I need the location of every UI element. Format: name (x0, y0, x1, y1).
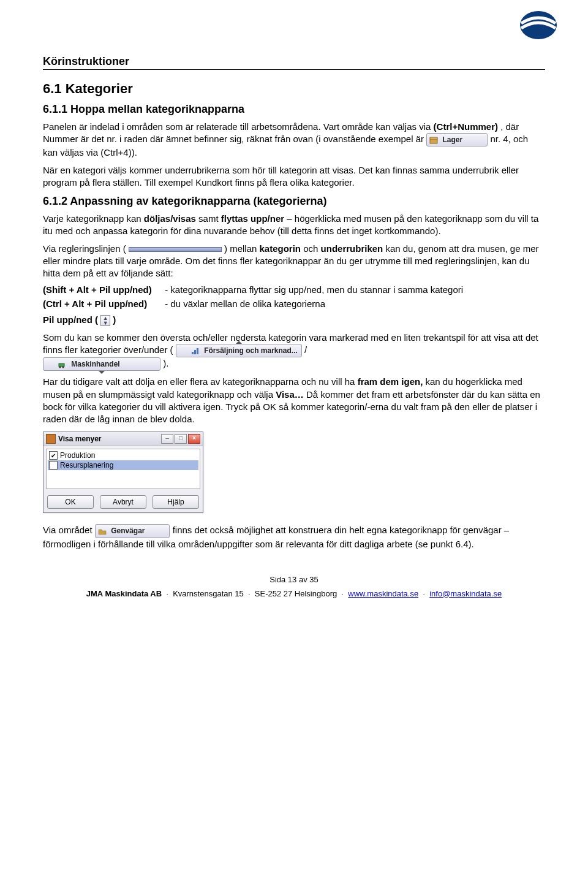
pil-upp-ned-row: Pil upp/ned ( ▲▼ ) (43, 314, 545, 326)
svg-point-7 (59, 366, 61, 368)
section-6-1-1-title: 6.1.1 Hoppa mellan kategoriknapparna (43, 103, 545, 116)
para-6-1-1-2: När en kategori väljs kommer underrubrik… (43, 164, 545, 189)
para-6-1-2-1: Varje kategoriknapp kan döljas/visas sam… (43, 213, 545, 238)
spinner-icon: ▲▼ (100, 315, 110, 326)
page-footer: Sida 13 av 35 JMA Maskindata AB · Kvarns… (43, 575, 545, 598)
maximize-button[interactable]: □ (175, 434, 187, 444)
checkbox-unchecked-icon[interactable] (49, 461, 58, 470)
chart-icon (191, 348, 200, 355)
dialog-titlebar: Visa menyer – □ × (43, 432, 203, 446)
folder-icon (98, 528, 107, 535)
chevron-up-icon (236, 341, 242, 344)
help-button[interactable]: Hjälp (153, 495, 199, 509)
para-6-1-1-1: Panelen är indelad i områden som är rela… (43, 121, 545, 159)
para-6-1-2-3: Som du kan se kommer den översta och/ell… (43, 332, 545, 371)
machine-icon (58, 361, 67, 368)
svg-point-8 (62, 366, 64, 368)
dialog-listbox[interactable]: ✔ Produktion Resursplanering (46, 449, 200, 489)
list-item[interactable]: Resursplanering (48, 460, 198, 470)
footer-line: JMA Maskindata AB · Kvarnstensgatan 15 ·… (43, 589, 545, 598)
company-logo (516, 10, 560, 40)
document-page: Körinstruktioner 6.1 Kategorier 6.1.1 Ho… (0, 0, 588, 610)
dialog-title-text: Visa menyer (58, 435, 160, 443)
svg-rect-3 (192, 352, 194, 354)
para-6-1-2-5: Via området Genvägar finns det också möj… (43, 524, 545, 550)
section-6-1-title: 6.1 Kategorier (43, 81, 545, 97)
website-link[interactable]: www.maskindata.se (348, 589, 418, 598)
checkbox-checked-icon[interactable]: ✔ (49, 451, 58, 460)
page-header: Körinstruktioner (43, 55, 545, 70)
dialog-button-row: OK Avbryt Hjälp (43, 492, 203, 512)
section-6-1-2-title: 6.1.2 Anpassning av kategoriknapparna (k… (43, 195, 545, 208)
resizer-line-icon (129, 247, 222, 252)
dialog-icon (46, 434, 56, 444)
shortcut-row-1: (Shift + Alt + Pil upp/ned) - kategorikn… (43, 284, 545, 295)
svg-rect-2 (430, 137, 437, 139)
para-6-1-2-2: Via regleringslinjen ( ) mellan kategori… (43, 243, 545, 280)
page-number: Sida 13 av 35 (43, 575, 545, 584)
cancel-button[interactable]: Avbryt (100, 495, 146, 509)
lager-category-button: Lager (426, 133, 488, 146)
svg-rect-6 (59, 363, 64, 367)
minimize-button[interactable]: – (161, 434, 173, 444)
box-icon (429, 137, 438, 144)
list-item[interactable]: ✔ Produktion (48, 451, 198, 460)
ok-button[interactable]: OK (47, 495, 94, 509)
visa-menyer-dialog: Visa menyer – □ × ✔ Produktion Resurspla… (43, 431, 203, 513)
maskinhandel-category-button: Maskinhandel (43, 357, 160, 371)
close-button[interactable]: × (188, 434, 200, 444)
para-6-1-2-4: Har du tidigare valt att dölja en eller … (43, 376, 545, 425)
forsaljning-category-button: Försäljning och marknad... (176, 344, 302, 357)
svg-rect-5 (197, 348, 198, 354)
shortcut-row-2: (Ctrl + Alt + Pil upp/ned) - du växlar m… (43, 298, 545, 309)
svg-rect-4 (194, 350, 196, 354)
email-link[interactable]: info@maskindata.se (429, 589, 502, 598)
chevron-down-icon (99, 371, 105, 374)
genvagar-category-button: Genvägar (95, 524, 170, 538)
